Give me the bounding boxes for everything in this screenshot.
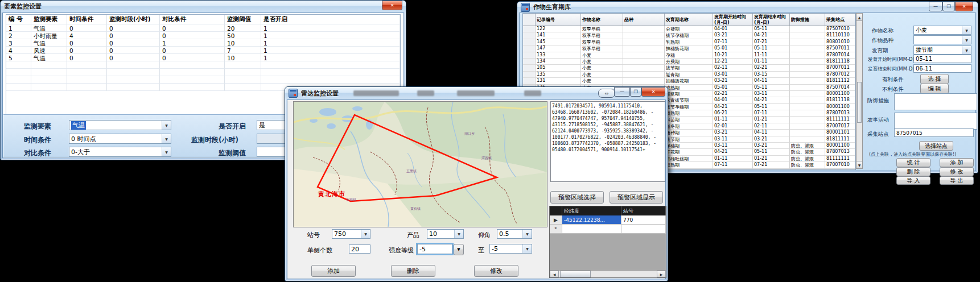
col-header[interactable]: 发育期名称	[665, 14, 713, 26]
col-header[interactable]: 发育期开始时间(月-日)	[713, 14, 753, 26]
farming-textarea[interactable]	[894, 113, 977, 130]
minimize-icon[interactable]: —	[929, 2, 942, 11]
row-selector[interactable]	[523, 39, 536, 45]
station-cell[interactable]: 770	[621, 215, 666, 225]
table-row[interactable]: 1 气温 0 0 0 20 1	[6, 24, 400, 32]
col-header[interactable]: 采集站点	[825, 14, 855, 26]
export-button[interactable]: 导 出	[940, 176, 974, 185]
chevron-down-icon[interactable]: ▼	[454, 230, 463, 238]
favorable-select-button[interactable]: 选 择	[920, 74, 949, 84]
modify-button[interactable]: 修改	[474, 265, 518, 277]
delete-button[interactable]: 删除	[391, 265, 435, 277]
col-header[interactable]: 发育期结束时间(月-日)	[753, 14, 790, 26]
chevron-down-icon[interactable]: ▼	[162, 134, 171, 143]
close-icon[interactable]: ✕	[641, 87, 665, 97]
map-canvas[interactable]: 湖口乡 五里镇 安福镇 黄石镇 河西镇 黄北海市	[293, 101, 547, 227]
scroll-up-icon[interactable]: ▲	[857, 14, 862, 21]
warning-area-select-button[interactable]: 预警区域选择	[550, 191, 604, 204]
minimize-icon[interactable]: —	[614, 87, 630, 97]
element-monitor-titlebar[interactable]: 要素监控设置	[1, 1, 406, 13]
start-date-input[interactable]	[913, 55, 971, 63]
scroll-thumb[interactable]	[560, 271, 591, 277]
crop-name-select[interactable]: 小麦 ▼	[913, 26, 971, 35]
table-row[interactable]: 141 双季早稻 拔节孕穗期 03-21 04-21 81110110	[523, 32, 855, 39]
table-row[interactable]: 131 小麦 抽穗扬花期 03-21 04-11 81811112	[523, 78, 855, 84]
col-header[interactable]: 对比条件	[160, 15, 225, 24]
intensity-level-select[interactable]: -5	[417, 244, 452, 254]
time-condition-select[interactable]: 0 时间点 ▼	[69, 134, 171, 144]
resize-pill-icon[interactable]: ⇔	[598, 89, 615, 98]
scroll-left-icon[interactable]: ◀	[550, 271, 559, 277]
row-selector[interactable]	[523, 26, 536, 32]
compare-condition-select[interactable]: 0-大于 ▼	[69, 147, 171, 157]
end-date-input[interactable]	[913, 64, 971, 73]
horizontal-scrollbar[interactable]: ◀ ▶	[550, 270, 666, 277]
table-row[interactable]: 134 小麦 分蘖期 12-21 01-11 81811118	[523, 59, 855, 65]
elevation-select[interactable]: 0.5 ▼	[497, 229, 532, 239]
col-header[interactable]: 品种	[623, 14, 665, 26]
lnglat-cell[interactable]: -45122.12238...	[562, 215, 621, 225]
chevron-down-icon[interactable]: ▼	[162, 147, 171, 156]
col-header[interactable]: 监测阈值	[225, 15, 261, 24]
chevron-down-icon[interactable]: ▼	[522, 230, 532, 238]
grid-new-row[interactable]: *	[550, 225, 666, 234]
add-button[interactable]: 添 加	[940, 158, 974, 167]
growth-period-select[interactable]: 拔节期 ▼	[913, 45, 971, 55]
table-row[interactable]: 3 气温 0 0 1 10 1	[6, 39, 400, 47]
import-button[interactable]: 导 入	[896, 176, 930, 185]
table-row[interactable]: 122 双季早稻 分蘖期 04-01 05-11 87507010	[523, 26, 855, 32]
chevron-down-icon[interactable]: ▼	[361, 230, 370, 238]
stat-button[interactable]: 统 计	[896, 158, 930, 167]
col-header[interactable]: 经纬度	[562, 206, 621, 215]
monitor-element-select[interactable]: 气温 ▼	[69, 120, 171, 130]
table-row[interactable]: 5 气温 0 0 0 10 1	[6, 54, 400, 61]
col-header[interactable]: 监测要素	[31, 15, 67, 24]
product-select[interactable]: 10 ▼	[427, 229, 464, 239]
maximize-icon[interactable]: ❐	[942, 2, 955, 11]
row-selector[interactable]	[523, 72, 536, 78]
chevron-down-icon[interactable]: ▼	[962, 36, 971, 44]
maximize-icon[interactable]: ❐	[630, 87, 641, 97]
col-header[interactable]: 防御措施	[790, 14, 825, 26]
delete-button[interactable]: 删 除	[896, 167, 930, 176]
row-selector[interactable]	[523, 52, 536, 59]
col-header[interactable]: 是否开启	[261, 15, 400, 24]
col-header[interactable]: 作物名称	[581, 14, 623, 26]
col-header[interactable]: 站号	[621, 206, 666, 215]
scroll-thumb[interactable]	[857, 82, 862, 123]
coordinates-textarea[interactable]: 7491.0172034571, 905914.11175410, 63468.…	[550, 101, 665, 182]
col-header[interactable]: 时间条件	[67, 15, 107, 24]
col-header[interactable]: 监测时段(小时)	[107, 15, 160, 24]
defense-textarea[interactable]	[894, 93, 977, 110]
warning-area-show-button[interactable]: 预警区域显示	[610, 191, 663, 204]
modify-button[interactable]: 修 改	[940, 167, 974, 176]
per-side-count-input[interactable]	[349, 244, 370, 254]
vertical-scrollbar[interactable]: ▲ ▼	[856, 13, 863, 169]
row-selector[interactable]	[523, 45, 536, 52]
close-icon[interactable]: ✕	[382, 1, 402, 10]
chevron-down-icon[interactable]: ▼	[962, 26, 971, 34]
to-select[interactable]: -5 ▼	[489, 244, 532, 254]
col-header[interactable]: 记录编号	[536, 14, 581, 26]
row-selector[interactable]	[523, 59, 536, 65]
station-input[interactable]	[894, 128, 974, 137]
row-selector[interactable]	[523, 65, 536, 71]
table-row[interactable]: 2 小时雨量 4 0 0 50 1	[6, 32, 400, 39]
col-header[interactable]: 编 号	[6, 15, 31, 24]
add-button[interactable]: 添加	[311, 265, 356, 277]
unfavorable-edit-button[interactable]: 编 辑	[920, 84, 949, 94]
table-row[interactable]: 133 小麦 孕穗 10-21 11-11 87807014	[523, 52, 855, 59]
intensity-dropdown-icon[interactable]: ▼	[454, 244, 464, 255]
chevron-down-icon[interactable]: ▼	[962, 46, 971, 54]
close-icon[interactable]: ✕	[955, 2, 973, 11]
station-number-select[interactable]: 750 ▼	[332, 229, 370, 239]
crop-titlebar[interactable]: 作物生育期库	[517, 2, 978, 13]
grid-row[interactable]: ▶ -45122.12238... 770	[550, 215, 666, 225]
row-selector[interactable]	[523, 78, 536, 84]
table-row[interactable]: 147 双季早稻 抽穗扬花期 05-01 05-11 87507011	[523, 45, 855, 52]
table-row[interactable]: 145 双季早稻 乳熟期 07-11 07-21 80801010	[523, 39, 855, 45]
table-row[interactable]: 105 小麦 拔节期 02-11 02-21 87007011	[523, 65, 855, 71]
table-row[interactable]: 4 风速 0 0 0 7 1	[6, 47, 400, 54]
select-station-button[interactable]: 选择站点	[919, 141, 953, 151]
table-row[interactable]: 135 小麦 返青期 03-01 03-15 87807012	[523, 72, 855, 78]
